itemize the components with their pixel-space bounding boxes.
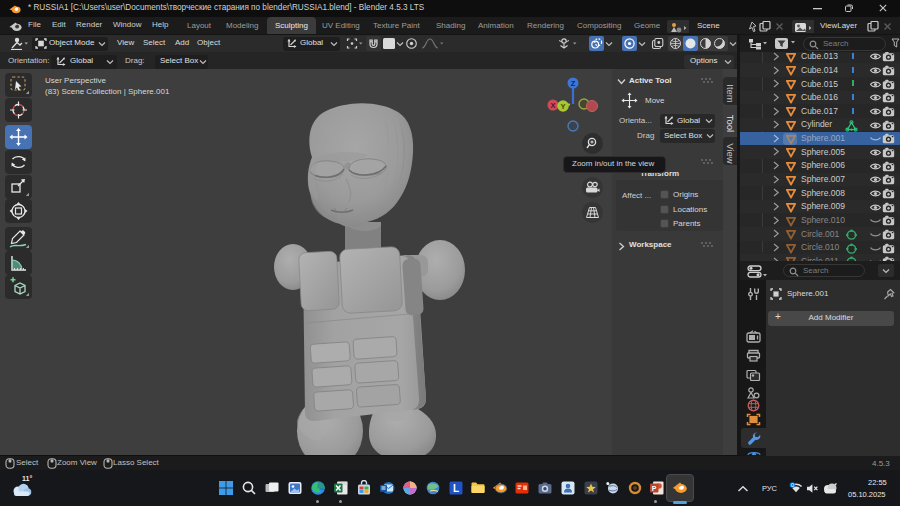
svg-text:Y: Y: [560, 102, 565, 111]
svg-text:X: X: [550, 101, 555, 110]
svg-text:Z: Z: [571, 79, 576, 88]
svg-text:L: L: [453, 483, 459, 494]
svg-text:P: P: [652, 485, 657, 492]
